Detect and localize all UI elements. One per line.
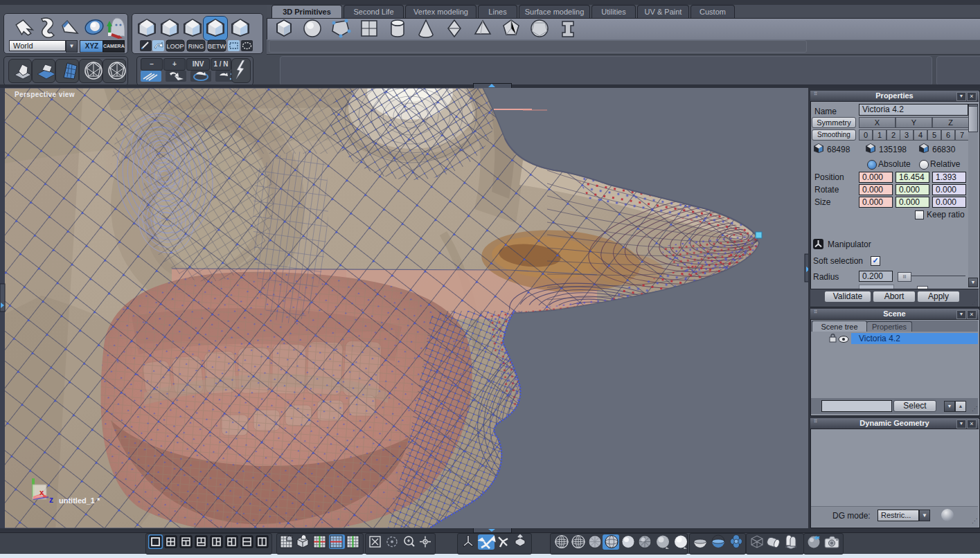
svg-text:RING: RING [188,43,204,50]
svg-text:x: x [39,488,44,496]
svg-text:untitled_1 *: untitled_1 * [59,496,100,505]
svg-text:Perspective view: Perspective view [15,91,75,98]
svg-text:BETW: BETW [208,43,226,50]
svg-text:z: z [49,495,53,505]
svg-text:LOOP: LOOP [166,43,184,50]
